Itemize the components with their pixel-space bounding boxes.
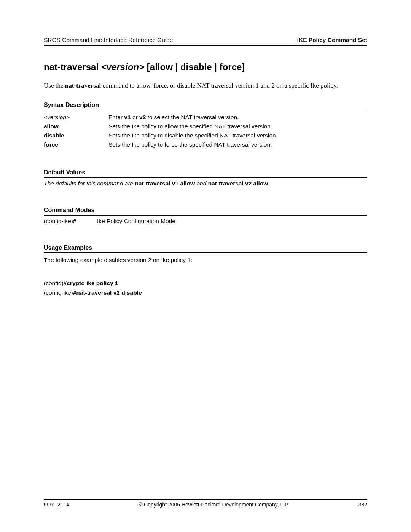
defaults-bold: nat-traversal v1 allow [135, 180, 195, 187]
page-container: SROS Command Line Interface Reference Gu… [0, 0, 411, 532]
syntax-term: allow [44, 123, 108, 130]
syntax-row: <version> Enter v1 or v2 to select the N… [44, 113, 367, 122]
usage-line-pre: (config) [44, 280, 64, 286]
section-usage-heading: Usage Examples [44, 244, 367, 253]
modes-prompt: (config-ike)# [44, 218, 97, 225]
usage-line-bold: #nat-traversal v2 disable [73, 289, 142, 296]
syntax-table: <version> Enter v1 or v2 to select the N… [44, 113, 367, 149]
syntax-desc-bold: v1 [124, 114, 131, 120]
usage-intro: The following example disables version 2… [44, 256, 367, 264]
usage-commands: (config)#crypto ike policy 1 (config-ike… [44, 279, 367, 298]
defaults-bold: nat-traversal v2 allow [208, 180, 268, 187]
syntax-desc-text: Enter [108, 114, 124, 120]
section-syntax-heading: Syntax Description [44, 102, 367, 110]
header-left: SROS Command Line Interface Reference Gu… [44, 37, 173, 43]
page-footer: 5991-2114 © Copyright 2005 Hewlett-Packa… [44, 499, 367, 508]
defaults-post: . [268, 180, 269, 187]
command-title: nat-traversal <version> [allow | disable… [44, 62, 367, 72]
modes-prompt-pre: (config-ike) [44, 218, 73, 224]
syntax-desc-text: to select the NAT traversal version. [146, 114, 239, 120]
usage-line-1: (config)#crypto ike policy 1 [44, 279, 367, 288]
title-cmd: nat-traversal [44, 62, 99, 72]
syntax-row: allow Sets the Ike policy to allow the s… [44, 122, 367, 131]
syntax-desc-text: or [131, 114, 139, 120]
syntax-desc: Enter v1 or v2 to select the NAT travers… [108, 114, 367, 121]
syntax-row: force Sets the Ike policy to force the s… [44, 140, 367, 149]
footer-center: © Copyright 2005 Hewlett-Packard Develop… [139, 502, 289, 508]
intro-paragraph: Use the nat-traversal command to allow, … [44, 81, 367, 90]
modes-table: (config-ike)# Ike Policy Configuration M… [44, 218, 367, 225]
syntax-term: force [44, 141, 108, 148]
intro-pre: Use the [44, 82, 65, 89]
section-modes-heading: Command Modes [44, 207, 367, 216]
usage-line-bold: #crypto ike policy 1 [64, 280, 118, 286]
syntax-row: disable Sets the Ike policy to disable t… [44, 131, 367, 140]
title-options: [allow | disable | force] [147, 62, 245, 72]
syntax-term: disable [44, 132, 108, 139]
title-arg: <version> [101, 62, 144, 72]
syntax-desc-bold: v2 [139, 114, 146, 120]
syntax-desc: Sets the Ike policy to allow the specifi… [108, 123, 367, 130]
intro-post: command to allow, force, or disable NAT … [101, 82, 338, 89]
intro-bold: nat-traversal [65, 82, 101, 89]
syntax-term: <version> [44, 114, 108, 121]
modes-desc: Ike Policy Configuration Mode [97, 218, 175, 225]
defaults-pre: The defaults for this command are [44, 180, 135, 187]
usage-line-2: (config-ike)#nat-traversal v2 disable [44, 288, 367, 298]
usage-line-pre: (config-ike) [44, 289, 73, 296]
footer-right: 382 [358, 502, 367, 508]
page-header: SROS Command Line Interface Reference Gu… [44, 37, 367, 46]
syntax-desc: Sets the Ike policy to force the specifi… [108, 141, 367, 148]
syntax-desc: Sets the Ike policy to disable the speci… [108, 132, 367, 139]
defaults-mid: and [195, 180, 208, 187]
header-right: IKE Policy Command Set [297, 37, 367, 43]
footer-left: 5991-2114 [44, 502, 69, 508]
modes-prompt-hash: # [73, 218, 76, 224]
defaults-text: The defaults for this command are nat-tr… [44, 180, 367, 187]
modes-row: (config-ike)# Ike Policy Configuration M… [44, 218, 367, 225]
section-defaults-heading: Default Values [44, 169, 367, 178]
